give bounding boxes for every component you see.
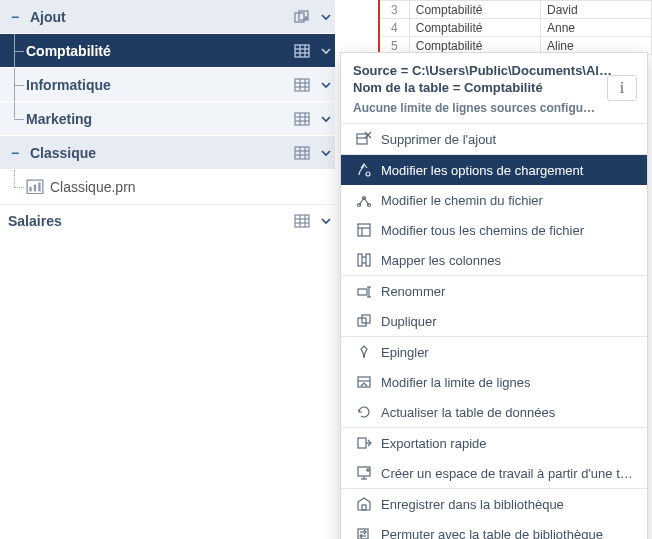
menu-item-label: Dupliquer: [381, 314, 635, 329]
tree-group-label: Ajout: [30, 9, 66, 25]
grid-icon: [291, 144, 313, 162]
svg-rect-48: [358, 289, 367, 295]
tree-item-file[interactable]: Classique.prn: [0, 170, 335, 204]
svg-rect-62: [362, 505, 366, 510]
svg-rect-25: [29, 187, 31, 192]
row-col2: Anne: [540, 19, 651, 37]
remove-from-append-icon: [353, 131, 375, 147]
info-button[interactable]: i: [607, 75, 637, 101]
menu-item-quick-export[interactable]: Exportation rapide: [341, 428, 647, 458]
export-icon: [353, 435, 375, 451]
tables-tree: − Ajout Comptabilité Informatique Market…: [0, 0, 335, 238]
context-menu: Source = C:\Users\Public\Documents\Al… N…: [340, 52, 648, 539]
table-row: 3 Comptabilité David: [379, 1, 652, 19]
svg-rect-14: [295, 113, 309, 125]
chevron-down-icon[interactable]: [317, 46, 335, 56]
tree-item-comptabilite[interactable]: Comptabilité: [0, 34, 335, 68]
duplicate-icon: [353, 313, 375, 329]
menu-item-rename[interactable]: Renommer: [341, 276, 647, 306]
menu-item-label: Enregistrer dans la bibliothèque: [381, 497, 635, 512]
tree-item-salaires[interactable]: Salaires: [0, 204, 335, 238]
menu-item-label: Renommer: [381, 284, 635, 299]
context-source-line: Source = C:\Users\Public\Documents\Al…: [353, 63, 635, 78]
tree-group-ajout[interactable]: − Ajout: [0, 0, 335, 34]
grid-icon: [291, 76, 313, 94]
menu-item-label: Exportation rapide: [381, 436, 635, 451]
svg-rect-28: [295, 215, 309, 227]
menu-item-swap-library[interactable]: Permuter avec la table de bibliothèque: [341, 519, 647, 539]
data-table-preview: 3 Comptabilité David 4 Comptabilité Anne…: [378, 0, 652, 55]
tree-item-label: Informatique: [26, 77, 111, 93]
svg-rect-4: [295, 45, 309, 57]
menu-item-remove-from-append[interactable]: Supprimer de l'ajout: [341, 124, 647, 154]
tree-item-label: Marketing: [26, 111, 92, 127]
menu-item-refresh[interactable]: Actualiser la table de données: [341, 397, 647, 427]
svg-rect-44: [358, 254, 362, 266]
svg-rect-41: [358, 224, 370, 236]
grid-icon: [291, 110, 313, 128]
context-header: Source = C:\Users\Public\Documents\Al… N…: [341, 53, 647, 123]
menu-item-label: Actualiser la table de données: [381, 405, 635, 420]
tree-item-label: Classique.prn: [50, 179, 136, 195]
chevron-down-icon[interactable]: [317, 114, 335, 124]
table-row: 4 Comptabilité Anne: [379, 19, 652, 37]
row-limit-icon: [353, 374, 375, 390]
row-index: 3: [379, 1, 409, 19]
context-table-line: Nom de la table = Comptabilité: [353, 80, 635, 95]
tree-item-label: Comptabilité: [26, 43, 111, 59]
tree-item-marketing[interactable]: Marketing: [0, 102, 335, 136]
chevron-down-icon[interactable]: [317, 12, 335, 22]
svg-point-37: [366, 172, 370, 176]
chevron-down-icon[interactable]: [317, 216, 335, 226]
tree-item-label: Salaires: [8, 213, 62, 229]
svg-rect-63: [358, 529, 368, 539]
menu-item-pin[interactable]: Epingler: [341, 337, 647, 367]
rename-icon: [353, 283, 375, 299]
menu-item-create-workspace[interactable]: Créer un espace de travail à partir d'un…: [341, 458, 647, 488]
svg-rect-9: [295, 79, 309, 91]
menu-item-label: Supprimer de l'ajout: [381, 132, 635, 147]
duplicate-icon[interactable]: [291, 8, 313, 26]
row-index: 4: [379, 19, 409, 37]
menu-item-label: Modifier le chemin du fichier: [381, 193, 635, 208]
menu-item-edit-all-paths[interactable]: Modifier tous les chemins de fichier: [341, 215, 647, 245]
row-col2: David: [540, 1, 651, 19]
svg-rect-33: [357, 134, 367, 144]
context-limit-hint: Aucune limite de lignes sources configu…: [353, 101, 635, 115]
menu-item-save-library[interactable]: Enregistrer dans la bibliothèque: [341, 489, 647, 519]
menu-item-edit-path[interactable]: Modifier le chemin du fichier: [341, 185, 647, 215]
tree-group-classique[interactable]: − Classique: [0, 136, 335, 170]
collapse-icon[interactable]: −: [8, 9, 22, 25]
load-options-icon: [353, 162, 375, 178]
menu-item-label: Modifier la limite de lignes: [381, 375, 635, 390]
menu-item-label: Modifier les options de chargement: [381, 163, 635, 178]
grid-icon: [291, 212, 313, 230]
report-file-icon: [26, 180, 44, 194]
chevron-down-icon[interactable]: [317, 148, 335, 158]
edit-all-paths-icon: [353, 222, 375, 238]
swap-library-icon: [353, 526, 375, 539]
collapse-icon[interactable]: −: [8, 145, 22, 161]
svg-rect-54: [358, 377, 370, 387]
chevron-down-icon[interactable]: [317, 80, 335, 90]
menu-item-row-limit[interactable]: Modifier la limite de lignes: [341, 367, 647, 397]
tree-item-informatique[interactable]: Informatique: [0, 68, 335, 102]
menu-item-label: Mapper les colonnes: [381, 253, 635, 268]
svg-rect-27: [38, 182, 40, 191]
edit-path-icon: [353, 192, 375, 208]
svg-rect-56: [358, 438, 366, 448]
refresh-icon: [353, 404, 375, 420]
menu-item-load-options[interactable]: Modifier les options de chargement: [341, 155, 647, 185]
tree-group-label: Classique: [30, 145, 96, 161]
menu-item-label: Créer un espace de travail à partir d'un…: [381, 466, 635, 481]
create-workspace-icon: [353, 465, 375, 481]
svg-rect-26: [34, 184, 36, 191]
save-library-icon: [353, 496, 375, 512]
map-columns-icon: [353, 252, 375, 268]
row-col1: Comptabilité: [409, 19, 540, 37]
svg-rect-19: [295, 147, 309, 159]
grid-icon: [291, 42, 313, 60]
pin-icon: [353, 344, 375, 360]
menu-item-map-columns[interactable]: Mapper les colonnes: [341, 245, 647, 275]
menu-item-duplicate[interactable]: Dupliquer: [341, 306, 647, 336]
